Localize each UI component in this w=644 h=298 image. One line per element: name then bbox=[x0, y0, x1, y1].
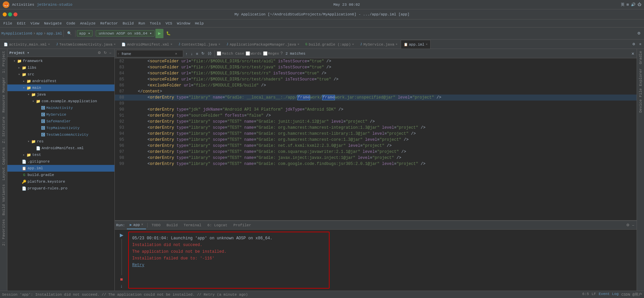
breadcrumb-app[interactable]: app bbox=[36, 32, 43, 36]
run-stop-btn[interactable]: ■ bbox=[118, 277, 125, 282]
menu-tools[interactable]: Tools bbox=[148, 21, 163, 26]
tree-item-java[interactable]: ▾ 📁 java bbox=[7, 91, 114, 98]
tab-more-btn[interactable]: ≡ bbox=[637, 40, 643, 49]
words-checkbox[interactable] bbox=[246, 51, 250, 56]
tree-item-src[interactable]: ▾ 📁 src bbox=[7, 71, 114, 78]
match-case-checkbox[interactable] bbox=[217, 51, 221, 56]
tab-build[interactable]: Build bbox=[164, 221, 180, 229]
tab-manifest[interactable]: 📄 AndroidManifest.xml × bbox=[118, 40, 175, 49]
panel-settings-btn[interactable]: ⚙ bbox=[97, 50, 102, 55]
tree-item-framework[interactable]: ▾ 📁 framework bbox=[7, 58, 114, 64]
run-config-dropdown[interactable]: app ▾ bbox=[77, 30, 93, 37]
search-filter-btn[interactable]: ≡ bbox=[195, 52, 199, 56]
tab-activity-main[interactable]: 📄 activity_main.xml × bbox=[1, 40, 53, 49]
search-down-btn[interactable]: ↓ bbox=[190, 52, 194, 56]
search-help[interactable]: ? bbox=[281, 51, 283, 56]
search-up-btn[interactable]: ↑ bbox=[185, 52, 189, 56]
close-button[interactable] bbox=[13, 12, 17, 16]
tree-item-tcpmain[interactable]: 🅲 TcpMainActivity bbox=[7, 125, 114, 131]
event-log[interactable]: Event Log bbox=[599, 292, 618, 297]
tree-item-mainactivity[interactable]: 🅲 MainActivity bbox=[7, 105, 114, 111]
menu-window[interactable]: Window bbox=[175, 21, 192, 26]
tab-app-iml[interactable]: 📋 app.iml × bbox=[401, 40, 431, 49]
menu-view[interactable]: View bbox=[29, 21, 41, 26]
run-down-btn[interactable]: ↓ bbox=[118, 283, 125, 289]
tree-item-gitignore[interactable]: 📄 .gitignore bbox=[7, 158, 114, 165]
favorites-label[interactable]: 2: Favorites bbox=[1, 217, 6, 248]
words-option[interactable]: Words bbox=[246, 51, 262, 56]
menu-refactor[interactable]: Refactor bbox=[98, 21, 120, 26]
tab-terminal[interactable]: Terminal bbox=[181, 221, 204, 229]
menu-build[interactable]: Build bbox=[120, 21, 136, 26]
panel-collapse-btn[interactable]: − bbox=[631, 223, 635, 227]
tab-myservice[interactable]: J MyService.java × bbox=[357, 40, 401, 49]
project-panel-label[interactable]: 1: Project bbox=[1, 49, 6, 75]
menu-navigate[interactable]: Navigate bbox=[42, 21, 64, 26]
menu-vcs[interactable]: VCS bbox=[163, 21, 174, 26]
tab-close-btn[interactable]: × bbox=[141, 223, 143, 227]
tab-close[interactable]: × bbox=[48, 43, 50, 46]
tree-item-testwelcome[interactable]: 🅲 TestWelcomeActivity bbox=[7, 131, 114, 138]
tab-close[interactable]: × bbox=[218, 43, 220, 46]
menu-help[interactable]: Help bbox=[193, 21, 206, 26]
tree-item-res[interactable]: ▾ 📁 res bbox=[7, 138, 114, 145]
menu-analyze[interactable]: Analyze bbox=[78, 21, 97, 26]
menu-edit[interactable]: Edit bbox=[15, 21, 28, 26]
tab-close[interactable]: × bbox=[352, 43, 354, 46]
panel-settings-btn[interactable]: ⚙ bbox=[625, 223, 631, 227]
layout-captures-label[interactable]: Layout Captures bbox=[1, 145, 6, 182]
tab-logcat[interactable]: 6: Logcat bbox=[205, 221, 230, 229]
tree-item-libs[interactable]: ▸ 📁 libs bbox=[7, 64, 114, 71]
tree-item-main[interactable]: ▾ 📁 main bbox=[7, 84, 114, 91]
breadcrumb-project[interactable]: MyApplication6 bbox=[1, 32, 32, 36]
build-variants-label[interactable]: Build Variants bbox=[1, 182, 6, 217]
tree-item-test[interactable]: ▸ 📁 test bbox=[7, 152, 114, 158]
retry-link[interactable]: Retry bbox=[132, 263, 144, 267]
tree-item-myservice[interactable]: 🅲 MyService bbox=[7, 111, 114, 118]
volume-icon[interactable]: 🔊 bbox=[631, 2, 636, 7]
device-selector[interactable]: unknown AOSP on x86_64 ▾ bbox=[96, 30, 155, 37]
tab-build-gradle[interactable]: G build.gradle (:app) × bbox=[302, 40, 357, 49]
code-area[interactable]: 82 <sourceFolder url="file://$MODULE_DIR… bbox=[115, 58, 637, 220]
tab-contextimpl[interactable]: J ContextImpl.java × bbox=[175, 40, 223, 49]
menu-file[interactable]: File bbox=[1, 21, 14, 26]
tab-settings-btn[interactable]: ⚙ bbox=[630, 40, 637, 49]
search-prev-btn[interactable]: ↑ bbox=[116, 52, 120, 56]
lang-indicator[interactable]: 英 bbox=[621, 2, 625, 7]
tree-item-proguard[interactable]: 📄 proguard-rules.pro bbox=[7, 185, 114, 192]
tab-run[interactable]: ▶ app × bbox=[127, 221, 146, 229]
match-case-option[interactable]: Match Case bbox=[217, 51, 244, 56]
tab-close[interactable]: × bbox=[114, 43, 115, 46]
run-play-btn[interactable]: ▶ bbox=[118, 232, 125, 238]
run-button[interactable]: ▶ bbox=[155, 29, 163, 38]
search-toolbar-btn[interactable]: 🔍 bbox=[65, 29, 74, 38]
minimize-button[interactable] bbox=[3, 12, 7, 16]
tree-item-app-iml[interactable]: 📋 app.iml bbox=[7, 165, 114, 172]
tab-apppackage[interactable]: J ApplicationPackageManager.java × bbox=[223, 40, 302, 49]
regex-option[interactable]: Regex bbox=[263, 51, 279, 56]
device-file-explorer-label[interactable]: Device File Explorer bbox=[638, 66, 643, 115]
encoding[interactable]: LF bbox=[592, 292, 596, 297]
debug-button[interactable]: 🐛 bbox=[164, 29, 173, 38]
menu-run[interactable]: Run bbox=[136, 21, 147, 26]
firefox-icon[interactable]: 🦊 bbox=[3, 1, 9, 8]
power-icon[interactable]: ⏻ bbox=[638, 2, 641, 7]
panel-collapse-btn[interactable]: − bbox=[108, 50, 112, 55]
tree-item-androidmanifest[interactable]: 📄 AndroidManifest.xml bbox=[7, 145, 114, 152]
tab-close[interactable]: × bbox=[396, 43, 397, 46]
regex-checkbox[interactable] bbox=[263, 51, 267, 56]
panel-sync-btn[interactable]: ↻ bbox=[103, 50, 108, 55]
tree-item-keystore[interactable]: 🔑 platform.keystore bbox=[7, 178, 114, 185]
tree-item-androidtest[interactable]: ▸ 📁 androidTest bbox=[7, 78, 114, 84]
menu-code[interactable]: Code bbox=[64, 21, 77, 26]
tab-close[interactable]: × bbox=[297, 43, 299, 46]
tab-close[interactable]: × bbox=[426, 43, 428, 46]
cursor-position[interactable]: 6:5 bbox=[582, 292, 589, 297]
tab-profiler[interactable]: Profiler bbox=[231, 221, 254, 229]
maximize-button[interactable] bbox=[8, 12, 12, 16]
gradle-panel-label[interactable]: Gradle bbox=[638, 49, 643, 66]
tab-test-welcome[interactable]: J TestWelcomeActivity.java × bbox=[53, 40, 119, 49]
search-input[interactable] bbox=[120, 52, 174, 56]
structure-label[interactable]: Z: Structure bbox=[1, 115, 6, 145]
tab-todo[interactable]: TODO bbox=[149, 221, 163, 229]
